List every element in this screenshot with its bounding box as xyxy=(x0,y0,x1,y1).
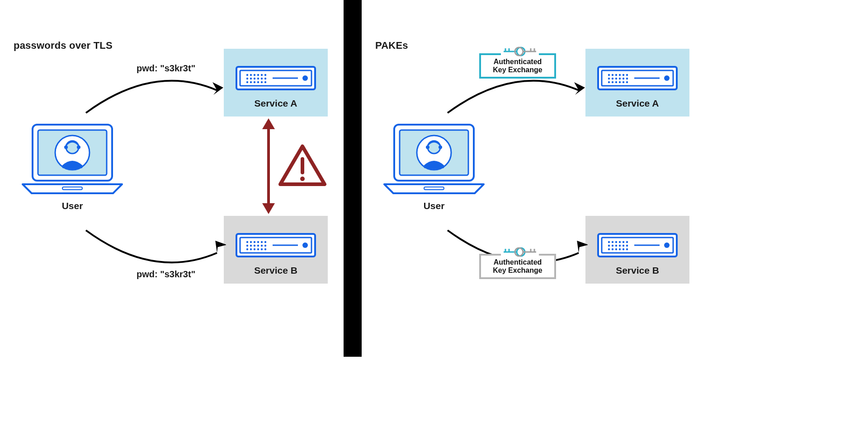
svg-point-107 xyxy=(619,248,621,250)
svg-point-29 xyxy=(302,75,308,81)
svg-point-48 xyxy=(254,248,255,250)
svg-point-45 xyxy=(264,245,266,247)
svg-point-22 xyxy=(246,81,248,83)
right-user-label: User xyxy=(380,201,488,211)
svg-point-40 xyxy=(246,245,248,247)
svg-point-64 xyxy=(439,145,442,149)
svg-point-12 xyxy=(254,74,255,76)
arrow-to-service-a-left xyxy=(81,72,226,122)
arrow-to-service-a-right xyxy=(443,72,588,122)
svg-point-73 xyxy=(626,74,628,76)
svg-point-16 xyxy=(246,78,248,79)
svg-point-85 xyxy=(626,81,628,83)
svg-text:Service A: Service A xyxy=(616,98,659,108)
svg-point-41 xyxy=(250,245,252,247)
left-panel-title: passwords over TLS xyxy=(14,40,113,51)
key-pair-icon xyxy=(501,45,539,58)
svg-point-74 xyxy=(608,78,610,79)
svg-point-39 xyxy=(264,241,266,243)
svg-point-93 xyxy=(612,241,613,243)
arrow-to-service-b-left xyxy=(81,221,226,271)
svg-point-102 xyxy=(623,245,624,247)
service-b-box-left: Service B xyxy=(224,216,328,285)
panel-divider xyxy=(344,0,362,357)
svg-point-49 xyxy=(257,248,259,250)
svg-point-69 xyxy=(612,74,613,76)
ake-bottom-line1: Authenticated xyxy=(494,258,542,266)
svg-point-14 xyxy=(261,74,263,76)
svg-point-98 xyxy=(608,245,610,247)
svg-point-19 xyxy=(257,78,259,79)
svg-point-18 xyxy=(254,78,255,79)
svg-point-78 xyxy=(623,78,624,79)
svg-point-103 xyxy=(626,245,628,247)
svg-point-108 xyxy=(623,248,624,250)
svg-point-43 xyxy=(257,245,259,247)
svg-point-26 xyxy=(261,81,263,83)
danger-double-arrow-icon xyxy=(259,117,278,215)
svg-point-13 xyxy=(257,74,259,76)
left-flow-bottom-label: pwd: "s3kr3t" xyxy=(137,269,195,280)
left-flow-top-label: pwd: "s3kr3t" xyxy=(137,63,195,74)
svg-point-68 xyxy=(608,74,610,76)
svg-point-95 xyxy=(619,241,621,243)
svg-point-82 xyxy=(615,81,617,83)
server-icon: Service B xyxy=(585,216,689,284)
svg-point-83 xyxy=(619,81,621,83)
svg-point-84 xyxy=(623,81,624,83)
svg-point-42 xyxy=(254,245,255,247)
server-icon: Service A xyxy=(585,49,689,117)
right-panel-title: PAKEs xyxy=(375,40,408,51)
svg-point-101 xyxy=(619,245,621,247)
svg-point-17 xyxy=(250,78,252,79)
svg-point-36 xyxy=(254,241,255,243)
svg-point-38 xyxy=(261,241,263,243)
service-a-box-right: Service A xyxy=(585,49,689,118)
svg-point-21 xyxy=(264,78,266,79)
svg-point-99 xyxy=(612,245,613,247)
svg-point-6 xyxy=(77,145,80,149)
svg-text:Service B: Service B xyxy=(254,265,297,275)
svg-point-104 xyxy=(608,248,610,250)
svg-point-27 xyxy=(264,81,266,83)
svg-point-109 xyxy=(626,248,628,250)
svg-point-15 xyxy=(264,74,266,76)
svg-point-57 xyxy=(300,177,305,181)
svg-point-34 xyxy=(246,241,248,243)
svg-text:Service B: Service B xyxy=(616,265,659,275)
svg-point-25 xyxy=(257,81,259,83)
svg-point-87 xyxy=(664,75,670,81)
svg-point-71 xyxy=(619,74,621,76)
svg-point-105 xyxy=(612,248,613,250)
svg-point-81 xyxy=(612,81,613,83)
svg-point-72 xyxy=(623,74,624,76)
svg-point-76 xyxy=(615,78,617,79)
svg-point-63 xyxy=(426,145,429,149)
svg-point-11 xyxy=(250,74,252,76)
svg-point-94 xyxy=(615,241,617,243)
left-user-label: User xyxy=(18,201,127,211)
svg-point-97 xyxy=(626,241,628,243)
svg-point-96 xyxy=(623,241,624,243)
svg-point-50 xyxy=(261,248,263,250)
laptop-user-icon xyxy=(380,121,488,202)
svg-point-100 xyxy=(615,245,617,247)
svg-point-23 xyxy=(250,81,252,83)
key-pair-icon xyxy=(501,246,539,258)
svg-point-70 xyxy=(615,74,617,76)
svg-point-47 xyxy=(250,248,252,250)
service-a-box-left: Service A xyxy=(224,49,328,118)
diagram-stage: passwords over TLS User xyxy=(0,0,868,429)
service-b-box-right: Service B xyxy=(585,216,689,285)
svg-point-53 xyxy=(302,242,308,248)
svg-point-75 xyxy=(612,78,613,79)
svg-point-92 xyxy=(608,241,610,243)
svg-point-111 xyxy=(664,242,670,248)
svg-point-44 xyxy=(261,245,263,247)
warning-triangle-icon xyxy=(278,144,327,189)
svg-point-77 xyxy=(619,78,621,79)
svg-point-80 xyxy=(608,81,610,83)
svg-point-20 xyxy=(261,78,263,79)
svg-point-5 xyxy=(64,145,68,149)
server-icon: Service A xyxy=(224,49,328,117)
